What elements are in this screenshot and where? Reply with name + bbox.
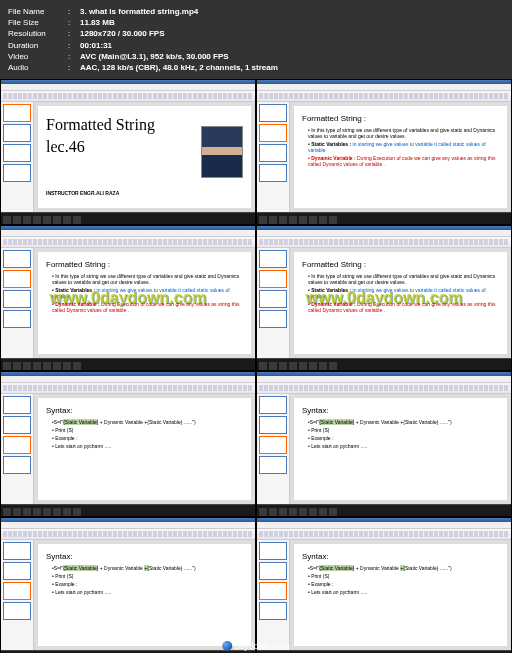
thumbnail-1[interactable]: Formatted String lec.46 INSTRUCTOR ENGR.… xyxy=(0,79,256,225)
slide-heading: Formatted String : xyxy=(46,260,243,269)
thumbnail-5[interactable]: Syntax: •S=f"{Static Variable} + Dynamic… xyxy=(0,371,256,517)
slide-thumb xyxy=(259,164,287,182)
slide-heading: Formatted String : xyxy=(302,260,499,269)
bullet-text: • Dynamic Variable : During Execution of… xyxy=(52,301,243,313)
instructor-label: INSTRUCTOR ENGR.ALI RAZA xyxy=(46,190,119,196)
thumbnail-6[interactable]: Syntax: •S=f"{Static Variable} + Dynamic… xyxy=(256,371,512,517)
slide-panel xyxy=(257,102,290,212)
bullet-text: • Lets start on pycharm ..... xyxy=(308,589,499,595)
bullet-text: • In this type of string we use differen… xyxy=(308,127,499,139)
media-info-panel: File Name:3. what is formatted string.mp… xyxy=(0,0,512,79)
menubar xyxy=(257,230,511,237)
slide-thumb xyxy=(259,270,287,288)
slide-panel xyxy=(1,394,34,504)
slide-thumb xyxy=(259,310,287,328)
bullet-text: •S=f"{Static Variable} + Dynamic Variabl… xyxy=(308,419,499,425)
taskbar xyxy=(257,358,511,371)
toolbar xyxy=(257,383,511,394)
bullet-text: • Example : xyxy=(308,581,499,587)
duration-value: 00:01:31 xyxy=(80,40,112,51)
slide-thumb xyxy=(3,270,31,288)
slide-thumb xyxy=(259,562,287,580)
slide-thumb xyxy=(259,602,287,620)
bullet-text: •S=f"{Static Variable} + Dynamic Variabl… xyxy=(52,565,243,571)
bullet-text: • Dynamic Variable : During Execution of… xyxy=(308,301,499,313)
bullet-text: • Static Variables : in starting we give… xyxy=(308,287,499,299)
taskbar xyxy=(257,212,511,225)
thumbnail-3[interactable]: Formatted String : • In this type of str… xyxy=(0,225,256,371)
toolbar xyxy=(1,237,255,248)
bullet-text: • Example : xyxy=(52,581,243,587)
slide-panel xyxy=(257,248,290,358)
slide-canvas: Syntax: •S=f"{Static Variable} + Dynamic… xyxy=(34,394,255,504)
audio-label: Audio xyxy=(8,62,68,73)
bullet-text: •S=f"{Static Variable} + Dynamic Variabl… xyxy=(308,565,499,571)
slide-thumb xyxy=(3,310,31,328)
slide-content: Formatted String : • In this type of str… xyxy=(38,252,251,354)
slide-heading: Formatted String : xyxy=(302,114,499,123)
menubar xyxy=(1,84,255,91)
toolbar xyxy=(1,529,255,540)
bullet-text: • Static Variables : in starting we give… xyxy=(52,287,243,299)
slide-canvas: Syntax: •S=f"{Static Variable} + Dynamic… xyxy=(290,540,511,650)
thumbnail-2[interactable]: Formatted String : • In this type of str… xyxy=(256,79,512,225)
slide-heading: Syntax: xyxy=(46,406,243,415)
slide-thumb xyxy=(259,144,287,162)
taskbar xyxy=(1,212,255,225)
slide-canvas: Formatted String : • In this type of str… xyxy=(34,248,255,358)
slide-thumb xyxy=(259,104,287,122)
resolution-label: Resolution xyxy=(8,28,68,39)
slide-content: Syntax: •S=f"{Static Variable} + Dynamic… xyxy=(38,544,251,646)
menubar xyxy=(1,376,255,383)
bullet-text: • Example : xyxy=(308,435,499,441)
slide-thumb xyxy=(3,602,31,620)
slide-thumb xyxy=(3,396,31,414)
taskbar xyxy=(257,504,511,517)
thumbnail-8[interactable]: Syntax: •S=f"{Static Variable} + Dynamic… xyxy=(256,517,512,653)
bullet-text: • Lets start on pycharm ..... xyxy=(52,589,243,595)
slide-thumb xyxy=(259,436,287,454)
slide-canvas: Formatted String : • In this type of str… xyxy=(290,102,511,212)
slide-thumb xyxy=(259,542,287,560)
slide-panel xyxy=(1,102,34,212)
bullet-text: • Dynamic Variable : During Execution of… xyxy=(308,155,499,167)
bullet-text: • Print (S) xyxy=(308,427,499,433)
slide-thumb xyxy=(3,164,31,182)
filesize-label: File Size xyxy=(8,17,68,28)
toolbar xyxy=(257,91,511,102)
slide-content: Formatted String : • In this type of str… xyxy=(294,106,507,208)
slide-thumb xyxy=(3,562,31,580)
toolbar xyxy=(257,237,511,248)
audio-value: AAC, 128 kb/s (CBR), 48.0 kHz, 2 channel… xyxy=(80,62,278,73)
thumbnail-7[interactable]: Syntax: •S=f"{Static Variable} + Dynamic… xyxy=(0,517,256,653)
bullet-text: • In this type of string we use differen… xyxy=(308,273,499,285)
menubar xyxy=(1,522,255,529)
globe-icon xyxy=(222,641,232,651)
slide-content: Formatted String : • In this type of str… xyxy=(294,252,507,354)
resolution-value: 1280x720 / 30.000 FPS xyxy=(80,28,165,39)
menubar xyxy=(257,522,511,529)
slide-thumb xyxy=(259,290,287,308)
slide-canvas: Syntax: •S=f"{Static Variable} + Dynamic… xyxy=(290,394,511,504)
slide-canvas: Formatted String lec.46 INSTRUCTOR ENGR.… xyxy=(34,102,255,212)
bullet-text: • Print (S) xyxy=(308,573,499,579)
bullet-text: • Print (S) xyxy=(52,427,243,433)
bullet-text: • Example : xyxy=(52,435,243,441)
slide-thumb xyxy=(3,542,31,560)
slide-heading: Syntax: xyxy=(302,406,499,415)
slide-thumb xyxy=(259,582,287,600)
slide-thumb xyxy=(3,144,31,162)
thumbnail-4[interactable]: Formatted String : • In this type of str… xyxy=(256,225,512,371)
toolbar xyxy=(1,91,255,102)
footer-logo: daydown.com xyxy=(222,641,290,651)
slide-canvas: Formatted String : • In this type of str… xyxy=(290,248,511,358)
bullet-text: •S=f"{Static Variable} + Dynamic Variabl… xyxy=(52,419,243,425)
slide-thumb xyxy=(3,582,31,600)
bullet-text: • In this type of string we use differen… xyxy=(52,273,243,285)
slide-content: Syntax: •S=f"{Static Variable} + Dynamic… xyxy=(38,398,251,500)
video-label: Video xyxy=(8,51,68,62)
slide-thumb xyxy=(259,416,287,434)
slide-thumb xyxy=(3,436,31,454)
taskbar xyxy=(1,504,255,517)
slide-thumb xyxy=(259,250,287,268)
